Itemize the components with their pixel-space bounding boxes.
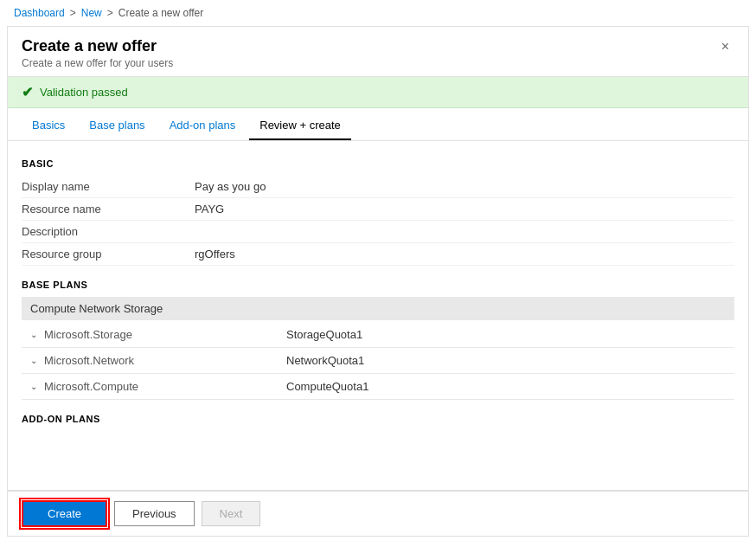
quota-network: NetworkQuota1: [286, 354, 364, 367]
validation-message: Validation passed: [40, 86, 128, 99]
breadcrumb-dashboard[interactable]: Dashboard: [14, 7, 65, 19]
field-resource-name: Resource name PAYG: [22, 198, 734, 221]
breadcrumb: Dashboard > New > Create a new offer: [0, 0, 756, 26]
create-button[interactable]: Create: [22, 500, 107, 527]
field-value-resource-name: PAYG: [195, 203, 224, 216]
footer: Create Previous Next: [8, 490, 748, 536]
tab-base-plans[interactable]: Base plans: [79, 112, 155, 140]
breadcrumb-new[interactable]: New: [81, 7, 102, 19]
panel: Create a new offer Create a new offer fo…: [7, 26, 749, 537]
plan-name-bar: Compute Network Storage: [22, 297, 734, 320]
basic-section-header: BASIC: [22, 158, 734, 169]
quota-storage: StorageQuota1: [286, 328, 362, 341]
breadcrumb-sep-1: >: [70, 7, 76, 19]
check-icon: ✔: [22, 84, 33, 100]
next-button: Next: [202, 501, 261, 526]
provider-storage: Microsoft.Storage: [44, 328, 286, 341]
breadcrumb-sep-2: >: [107, 7, 113, 19]
chevron-icon-network[interactable]: ⌄: [30, 356, 37, 365]
base-plans-section: BASE PLANS Compute Network Storage ⌄ Mic…: [22, 280, 734, 400]
tabs: Basics Base plans Add-on plans Review + …: [8, 112, 748, 141]
tab-basics[interactable]: Basics: [22, 112, 75, 140]
basic-section: BASIC Display name Pay as you go Resourc…: [22, 158, 734, 266]
chevron-icon-compute[interactable]: ⌄: [30, 382, 37, 391]
plan-row-compute: ⌄ Microsoft.Compute ComputeQuota1: [22, 374, 734, 400]
content-area: BASIC Display name Pay as you go Resourc…: [8, 141, 748, 490]
addon-section: ADD-ON PLANS: [22, 414, 734, 424]
quota-compute: ComputeQuota1: [286, 380, 368, 393]
field-value-display-name: Pay as you go: [195, 180, 266, 193]
panel-title: Create a new offer: [22, 37, 173, 55]
provider-compute: Microsoft.Compute: [44, 380, 286, 393]
validation-bar: ✔ Validation passed: [8, 77, 748, 108]
addon-section-header: ADD-ON PLANS: [22, 414, 734, 424]
tab-review-create[interactable]: Review + create: [249, 112, 351, 140]
base-plans-header: BASE PLANS: [22, 280, 734, 290]
breadcrumb-current: Create a new offer: [119, 7, 204, 19]
previous-button[interactable]: Previous: [114, 501, 195, 526]
plan-row-storage: ⌄ Microsoft.Storage StorageQuota1: [22, 322, 734, 348]
tab-addon-plans[interactable]: Add-on plans: [159, 112, 247, 140]
chevron-icon-storage[interactable]: ⌄: [30, 330, 37, 339]
panel-header: Create a new offer Create a new offer fo…: [8, 27, 748, 77]
close-button[interactable]: ×: [716, 37, 734, 56]
field-label-display-name: Display name: [22, 180, 195, 193]
provider-network: Microsoft.Network: [44, 354, 286, 367]
field-display-name: Display name Pay as you go: [22, 176, 734, 198]
field-label-resource-name: Resource name: [22, 203, 195, 216]
field-label-description: Description: [22, 225, 195, 238]
field-description: Description: [22, 221, 734, 243]
field-resource-group: Resource group rgOffers: [22, 243, 734, 266]
field-label-resource-group: Resource group: [22, 248, 195, 261]
field-value-resource-group: rgOffers: [195, 248, 235, 261]
plan-row-network: ⌄ Microsoft.Network NetworkQuota1: [22, 348, 734, 374]
panel-subtitle: Create a new offer for your users: [22, 57, 173, 69]
